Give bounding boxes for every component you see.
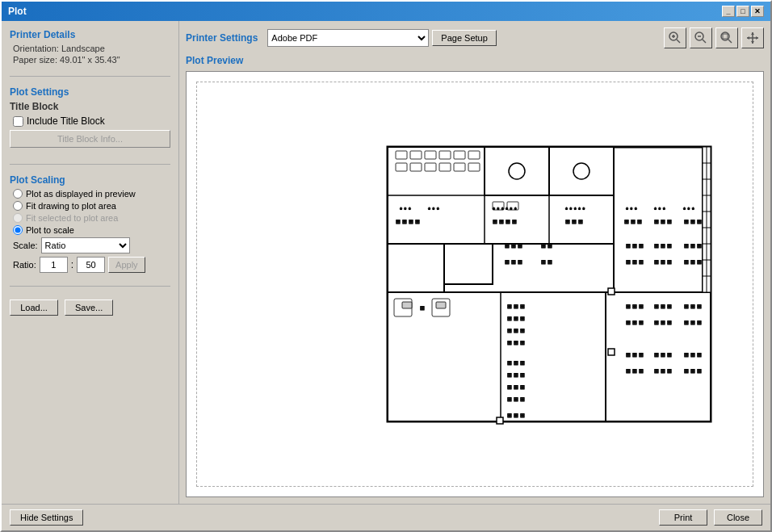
- svg-line-6: [703, 40, 706, 43]
- svg-text:⊞ ⊞ ⊞: ⊞ ⊞ ⊞: [626, 320, 644, 325]
- minimize-button[interactable]: _: [722, 6, 735, 17]
- apply-button[interactable]: Apply: [108, 257, 145, 273]
- svg-rect-20: [549, 147, 614, 195]
- plot-scaling-title: Plot Scaling: [10, 174, 170, 186]
- include-title-block-row: Include Title Block: [13, 115, 170, 127]
- svg-text:⊞ ⊞ ⊞: ⊞ ⊞ ⊞: [654, 304, 672, 309]
- svg-marker-14: [747, 36, 749, 40]
- svg-text:⊞ ⊞: ⊞ ⊞: [541, 259, 552, 265]
- svg-text:⊞ ⊞ ⊞ ⊞: ⊞ ⊞ ⊞ ⊞: [493, 219, 517, 224]
- zoom-out-icon: [694, 31, 707, 44]
- right-panel: Printer Settings Adobe PDF Page Setup: [179, 21, 770, 504]
- radio-displayed-label: Plot as displayed in preview: [26, 189, 136, 199]
- svg-rect-102: [608, 349, 615, 355]
- svg-text:⊞ ⊞ ⊞: ⊞ ⊞ ⊞: [507, 372, 525, 378]
- svg-text:* * *: * * *: [626, 206, 637, 213]
- orientation-label: Orientation:: [13, 44, 59, 53]
- svg-text:⊞ ⊞ ⊞: ⊞ ⊞ ⊞: [654, 352, 672, 358]
- load-button[interactable]: Load...: [10, 300, 58, 316]
- radio-plot-to-scale-label: Plot to scale: [26, 225, 74, 235]
- svg-marker-13: [751, 41, 754, 44]
- save-button[interactable]: Save...: [65, 300, 113, 316]
- footer-right: Print Close: [659, 509, 762, 526]
- svg-text:⊞ ⊞ ⊞: ⊞ ⊞ ⊞: [654, 259, 672, 265]
- divider-2: [10, 164, 170, 165]
- printer-select-wrapper: Adobe PDF Page Setup: [267, 29, 497, 47]
- ratio-input-1[interactable]: [40, 257, 68, 273]
- radio-plot-displayed: Plot as displayed in preview: [13, 189, 170, 199]
- svg-text:⊞ ⊞ ⊞: ⊞ ⊞ ⊞: [684, 259, 702, 265]
- paper-size-row: Paper size: 49.01" x 35.43": [13, 55, 170, 65]
- svg-rect-101: [608, 288, 615, 295]
- svg-text:⊞ ⊞ ⊞: ⊞ ⊞ ⊞: [507, 360, 525, 366]
- page-setup-button[interactable]: Page Setup: [432, 30, 497, 46]
- svg-text:⊞ ⊞ ⊞: ⊞ ⊞ ⊞: [505, 243, 522, 249]
- title-bar-buttons: _ □ ✕: [722, 6, 764, 17]
- radio-fit-selected-label: Fit selected to plot area: [26, 213, 118, 223]
- svg-rect-68: [444, 244, 493, 284]
- include-title-block-checkbox[interactable]: [13, 116, 23, 127]
- radio-fit-selected: Fit selected to plot area: [13, 213, 170, 223]
- radio-plot-to-scale: Plot to scale: [13, 225, 170, 235]
- svg-text:⊞ ⊞ ⊞: ⊞ ⊞ ⊞: [507, 316, 525, 321]
- svg-text:⊞ ⊞ ⊞: ⊞ ⊞ ⊞: [654, 219, 672, 224]
- radio-fit-drawing: Fit drawing to plot area: [13, 201, 170, 211]
- divider-3: [10, 286, 170, 287]
- svg-text:⊞ ⊞ ⊞: ⊞ ⊞ ⊞: [684, 304, 702, 309]
- close-button[interactable]: ✕: [751, 6, 764, 17]
- svg-text:⊞ ⊞ ⊞: ⊞ ⊞ ⊞: [654, 368, 672, 374]
- maximize-button[interactable]: □: [736, 6, 749, 17]
- zoom-fit-button[interactable]: [715, 27, 738, 48]
- zoom-in-icon: [669, 31, 682, 44]
- orientation-value: Landscape: [61, 44, 105, 53]
- svg-text:⊞ ⊞ ⊞: ⊞ ⊞ ⊞: [624, 219, 642, 224]
- svg-text:* * *: * * *: [683, 206, 694, 213]
- print-button[interactable]: Print: [659, 509, 707, 526]
- scale-select[interactable]: Ratio: [41, 237, 130, 253]
- plot-settings-title: Plot Settings: [10, 86, 170, 98]
- svg-rect-103: [497, 417, 503, 424]
- close-footer-button[interactable]: Close: [714, 509, 762, 526]
- load-save-row: Load... Save...: [10, 300, 170, 316]
- window-title: Plot: [8, 6, 27, 17]
- hide-settings-button[interactable]: Hide Settings: [10, 509, 83, 526]
- printer-details-title: Printer Details: [10, 29, 170, 40]
- radio-fit-drawing-input[interactable]: [13, 201, 23, 211]
- zoom-out-button[interactable]: [690, 27, 712, 48]
- svg-text:* * *: * * *: [654, 206, 665, 213]
- ratio-input-2[interactable]: [77, 257, 105, 273]
- svg-rect-76: [402, 302, 412, 308]
- paper-size-label: Paper size:: [13, 55, 57, 65]
- svg-text:⊞ ⊞ ⊞: ⊞ ⊞ ⊞: [626, 352, 644, 358]
- svg-text:⊞ ⊞ ⊞ ⊞: ⊞ ⊞ ⊞ ⊞: [396, 219, 420, 224]
- svg-text:⊞ ⊞ ⊞: ⊞ ⊞ ⊞: [654, 243, 672, 249]
- svg-text:* * * * *: * * * * *: [565, 206, 585, 213]
- svg-text:⊞ ⊞ ⊞: ⊞ ⊞ ⊞: [507, 328, 525, 333]
- svg-text:⊞ ⊞ ⊞: ⊞ ⊞ ⊞: [684, 219, 702, 224]
- svg-text:* * * * * *: * * * * * *: [493, 206, 517, 213]
- svg-text:⊞ ⊞ ⊞: ⊞ ⊞ ⊞: [507, 340, 525, 346]
- radio-fit-drawing-label: Fit drawing to plot area: [26, 201, 116, 211]
- svg-text:⊞ ⊞ ⊞: ⊞ ⊞ ⊞: [626, 243, 644, 249]
- svg-line-8: [728, 40, 732, 43]
- content-area: Printer Details Orientation: Landscape P…: [2, 21, 770, 504]
- plot-scaling-section: Plot Scaling Plot as displayed in previe…: [10, 174, 170, 276]
- toolbar-icons: [664, 27, 764, 48]
- radio-displayed-input[interactable]: [13, 189, 23, 199]
- paper-size-value: 49.01" x 35.43": [60, 55, 120, 65]
- svg-text:⊞ ⊞ ⊞: ⊞ ⊞ ⊞: [626, 304, 644, 309]
- title-block-info-button[interactable]: Title Block Info...: [10, 130, 170, 148]
- zoom-fit-icon: [720, 31, 733, 44]
- radio-plot-to-scale-input[interactable]: [13, 225, 23, 235]
- preview-area: * * * * * * * * * * * * * * * * * * * * …: [186, 71, 764, 497]
- svg-text:⊞ ⊞ ⊞: ⊞ ⊞ ⊞: [684, 320, 702, 325]
- printer-select[interactable]: Adobe PDF: [267, 29, 429, 47]
- include-title-block-label: Include Title Block: [27, 115, 105, 127]
- printer-details-section: Printer Details Orientation: Landscape P…: [10, 29, 170, 66]
- pan-button[interactable]: [741, 27, 764, 48]
- svg-marker-12: [751, 32, 754, 35]
- printer-settings-area: Printer Settings Adobe PDF Page Setup: [186, 27, 764, 48]
- zoom-in-button[interactable]: [664, 27, 686, 48]
- svg-text:⊞ ⊞ ⊞: ⊞ ⊞ ⊞: [507, 396, 525, 402]
- svg-text:⊞ ⊞ ⊞: ⊞ ⊞ ⊞: [684, 368, 702, 374]
